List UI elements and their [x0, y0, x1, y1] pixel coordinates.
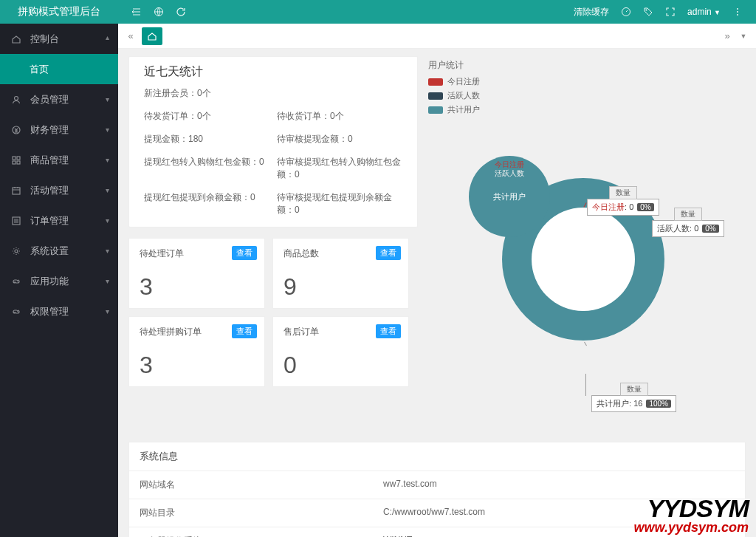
user-icon — [11, 95, 23, 105]
stat-cell: 待审核提现红包提现到余额金额：0 — [277, 191, 402, 216]
stat-cell: 待收货订单：0个 — [277, 110, 402, 123]
stat-cell: 待审核提现金额：0 — [277, 133, 402, 146]
coin-icon — [11, 125, 23, 135]
sidebar-item-1[interactable]: 首页 — [0, 54, 118, 84]
gear-icon — [11, 246, 23, 256]
link-icon — [11, 307, 23, 317]
sidebar: 拼购模式管理后台 控制台▾首页会员管理▾财务管理▾商品管理▾活动管理▾订单管理▾… — [0, 0, 118, 537]
chart-label-1: 数量 活跃人数: 0 0% — [652, 220, 724, 237]
chevron-down-icon: ▾ — [106, 126, 109, 134]
sidebar-item-label: 活动管理 — [30, 184, 69, 197]
sidebar-item-4[interactable]: 商品管理▾ — [0, 145, 118, 175]
chevron-down-icon: ▾ — [106, 247, 109, 255]
chevron-down-icon: ▾ — [106, 35, 109, 43]
tag-icon[interactable] — [637, 0, 659, 24]
link-icon — [11, 276, 23, 287]
tabs-next-icon[interactable]: » — [719, 28, 735, 44]
view-button[interactable]: 查看 — [376, 246, 401, 260]
sidebar-item-9[interactable]: 权限管理▾ — [0, 296, 118, 326]
chart-label-0: 数量 今日注册: 0 0% — [587, 199, 659, 216]
sidebar-item-6[interactable]: 订单管理▾ — [0, 205, 118, 236]
sidebar-item-3[interactable]: 财务管理▾ — [0, 114, 118, 145]
user-menu[interactable]: admin ▼ — [681, 7, 726, 17]
sidebar-item-7[interactable]: 系统设置▾ — [0, 236, 118, 266]
sidebar-item-8[interactable]: 应用功能▾ — [0, 266, 118, 296]
topbar: 清除缓存 admin ▼ — [118, 0, 756, 24]
sysinfo-value: C:/wwwroot/ww7.test.com — [373, 499, 495, 527]
svg-point-11 — [646, 10, 647, 11]
svg-rect-2 — [13, 157, 16, 160]
svg-rect-5 — [17, 161, 20, 164]
svg-point-14 — [737, 14, 738, 16]
stat-cell: 提现红包提现到余额金额：0 — [144, 191, 269, 216]
legend-item[interactable]: 活跃人数 — [428, 90, 746, 101]
sysinfo-row: 网站域名ww7.test.com — [129, 471, 745, 499]
calendar-icon — [11, 185, 23, 196]
sidebar-item-5[interactable]: 活动管理▾ — [0, 175, 118, 205]
stat-cell: 提现红包转入购物红包金额：0 — [144, 156, 269, 181]
sysinfo-key: 网站域名 — [129, 471, 373, 499]
refresh-icon[interactable] — [170, 0, 192, 24]
sidebar-item-label: 首页 — [30, 63, 49, 76]
sysinfo-title: 系统信息 — [129, 442, 745, 471]
app-title: 拼购模式管理后台 — [0, 0, 118, 24]
donut-center: 今日注册 活跃人数 共计用户 — [469, 156, 550, 237]
sidebar-item-2[interactable]: 会员管理▾ — [0, 84, 118, 114]
chevron-down-icon: ▾ — [106, 95, 109, 103]
sysinfo-value: WINNT — [373, 527, 422, 537]
sidebar-item-label: 应用功能 — [30, 275, 69, 288]
legend-swatch — [428, 78, 443, 86]
menu-toggle-icon[interactable] — [126, 0, 148, 24]
legend-item[interactable]: 今日注册 — [428, 76, 746, 87]
fullscreen-icon[interactable] — [659, 0, 681, 24]
sidebar-item-label: 权限管理 — [30, 305, 69, 318]
stats-title: 近七天统计 — [144, 64, 402, 80]
card-value: 0 — [284, 352, 398, 379]
donut-chart: 今日注册 活跃人数 共计用户 数量 今日注册: 0 0% 数量 活跃人数: 0 … — [428, 115, 746, 425]
stat-card-2: 待处理拼购订单查看3 — [128, 316, 265, 387]
sysinfo-key: 网站目录 — [129, 499, 373, 527]
sysinfo-key: 服务器操作系统 — [129, 527, 373, 537]
stat-cell — [277, 87, 402, 100]
stat-cell: 待发货订单：0个 — [144, 110, 269, 123]
sidebar-item-label: 订单管理 — [30, 214, 69, 228]
view-button[interactable]: 查看 — [232, 246, 257, 260]
svg-point-12 — [737, 8, 738, 10]
user-chart: 用户统计 今日注册活跃人数共计用户 今日注册 活跃人数 共计用户 数量 — [428, 56, 746, 425]
view-button[interactable]: 查看 — [376, 324, 401, 338]
chevron-down-icon: ▾ — [106, 156, 109, 164]
tabs-menu-icon[interactable]: ▼ — [735, 28, 752, 44]
chevron-down-icon: ▾ — [106, 186, 109, 194]
sidebar-item-label: 会员管理 — [30, 93, 69, 106]
svg-point-13 — [737, 11, 738, 13]
view-button[interactable]: 查看 — [232, 324, 257, 338]
list-icon — [11, 216, 23, 226]
stat-cell: 待审核提现红包转入购物红包金额：0 — [277, 156, 402, 181]
card-value: 3 — [140, 352, 254, 379]
more-icon[interactable] — [726, 0, 749, 24]
sidebar-item-label: 财务管理 — [30, 123, 69, 137]
chevron-down-icon: ▾ — [106, 277, 109, 285]
svg-rect-6 — [13, 188, 20, 194]
sidebar-item-0[interactable]: 控制台▾ — [0, 24, 118, 54]
tabs-prev-icon[interactable]: « — [123, 28, 139, 44]
chart-label-2: 数量 共计用户: 16 100% — [591, 395, 676, 412]
home-icon — [11, 34, 23, 44]
sysinfo-panel: 系统信息 网站域名ww7.test.com网站目录C:/wwwroot/ww7.… — [128, 442, 746, 537]
globe-icon[interactable] — [148, 0, 170, 24]
stat-card-0: 待处理订单查看3 — [128, 238, 265, 309]
content-area: 近七天统计 新注册会员：0个待发货订单：0个待收货订单：0个提现金额：180待审… — [118, 49, 756, 537]
legend-item[interactable]: 共计用户 — [428, 104, 746, 115]
chart-title: 用户统计 — [428, 56, 746, 76]
stat-card-1: 商品总数查看9 — [272, 238, 409, 309]
dashboard-icon[interactable] — [615, 0, 637, 24]
svg-point-0 — [15, 96, 18, 100]
clear-cache-button[interactable]: 清除缓存 — [568, 6, 615, 18]
chevron-down-icon: ▾ — [106, 216, 109, 225]
sidebar-item-label: 系统设置 — [30, 244, 69, 258]
tab-home[interactable] — [142, 27, 162, 45]
stat-card-3: 售后订单查看0 — [272, 316, 409, 387]
card-value: 3 — [140, 273, 254, 301]
sysinfo-value: ww7.test.com — [373, 471, 447, 499]
legend-swatch — [428, 106, 443, 114]
